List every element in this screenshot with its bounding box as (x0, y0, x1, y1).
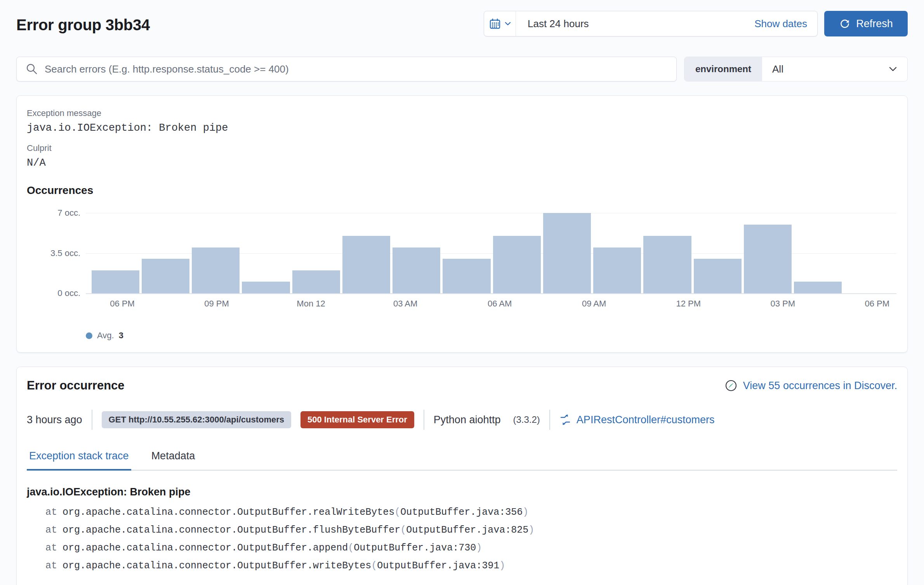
exception-message-value: java.io.IOException: Broken pipe (27, 122, 897, 134)
occurrences-chart-title: Occurrences (27, 184, 897, 197)
error-group-summary-card: Exception message java.io.IOException: B… (16, 95, 908, 353)
stack-trace-title: java.io.IOException: Broken pipe (27, 486, 897, 498)
page-header: Error group 3bb34 (16, 11, 908, 36)
x-axis-labels: 06 PM09 PMMon 1203 AM06 AM09 AM12 PM03 P… (86, 299, 896, 314)
stack-frame: atorg.apache.catalina.connector.OutputBu… (27, 539, 897, 557)
divider (92, 410, 92, 430)
chevron-down-icon (504, 20, 512, 28)
y-axis-label: 3.5 occ. (50, 248, 80, 258)
view-occurrences-discover-label: View 55 occurrences in Discover. (743, 380, 897, 392)
date-picker[interactable]: Last 24 hours Show dates (484, 11, 818, 36)
legend-value: 3 (119, 331, 123, 341)
search-input[interactable] (45, 63, 668, 75)
error-occurrence-card: Error occurrence View 55 occurrences in … (16, 367, 908, 585)
occurrence-timestamp: 3 hours ago (27, 414, 82, 426)
occurrence-bar (192, 248, 240, 293)
x-axis-label: 06 PM (865, 299, 890, 309)
occurrence-bar (744, 225, 792, 293)
stack-frame: atorg.apache.catalina.connector.OutputBu… (27, 521, 897, 539)
x-axis-label: Mon 12 (297, 299, 325, 309)
refresh-button[interactable]: Refresh (824, 11, 908, 36)
x-axis-label: 12 PM (676, 299, 701, 309)
environment-filter[interactable]: environment All (684, 57, 908, 81)
occurrence-bar (593, 248, 641, 293)
tab-metadata[interactable]: Metadata (149, 450, 198, 471)
page-title: Error group 3bb34 (16, 11, 150, 34)
divider (424, 410, 424, 430)
time-controls: Last 24 hours Show dates Refresh (484, 11, 908, 36)
legend-label: Avg. (97, 331, 114, 341)
occurrence-bar (242, 282, 290, 293)
view-occurrences-discover-link[interactable]: View 55 occurrences in Discover. (724, 379, 897, 392)
x-axis-label: 06 AM (488, 299, 512, 309)
occurrence-meta-row: 3 hours ago GET http://10.55.255.62:3000… (27, 410, 897, 430)
error-occurrence-heading: Error occurrence (27, 379, 125, 393)
transaction-link-label: APIRestController#customers (577, 414, 715, 426)
exception-stack-trace: java.io.IOException: Broken pipe atorg.a… (27, 486, 897, 575)
occurrence-bar (292, 270, 340, 293)
show-dates-link[interactable]: Show dates (754, 18, 817, 30)
occurrence-bar (694, 259, 742, 293)
status-code-badge: 500 Internal Server Error (300, 411, 414, 428)
x-axis-label: 09 PM (204, 299, 229, 309)
x-axis-label: 09 AM (582, 299, 606, 309)
occurrence-bar (543, 213, 591, 293)
quick-select-button[interactable] (484, 11, 516, 36)
environment-filter-value[interactable]: All (762, 63, 888, 75)
divider (549, 410, 550, 430)
request-url-badge: GET http://10.55.255.62:3000/api/custome… (102, 411, 291, 428)
occurrence-bar (92, 270, 139, 293)
exception-message-label: Exception message (27, 107, 897, 119)
refresh-button-label: Refresh (856, 18, 893, 30)
occurrence-bar (443, 259, 490, 293)
calendar-icon (488, 17, 502, 30)
y-axis-label: 0 occ. (57, 288, 80, 298)
transaction-link[interactable]: APIRestController#customers (559, 414, 715, 426)
occurrence-bar (342, 236, 390, 293)
legend-dot (86, 332, 92, 339)
x-axis-label: 03 PM (770, 299, 795, 309)
occurrence-bar (493, 236, 541, 293)
y-axis-label: 7 occ. (57, 208, 80, 218)
stack-frame: atorg.apache.catalina.connector.OutputBu… (27, 557, 897, 575)
chevron-down-icon (888, 64, 898, 74)
occurrence-bar (142, 259, 189, 293)
agent-name: Python aiohttp (434, 414, 501, 426)
tab-exception-stack-trace[interactable]: Exception stack trace (27, 450, 131, 471)
culprit-value: N/A (27, 157, 897, 169)
occurrence-bar (393, 248, 440, 293)
x-axis-label: 03 AM (393, 299, 417, 309)
occurrences-chart: 7 occ.3.5 occ.0 occ. 06 PM09 PMMon 1203 … (86, 213, 896, 314)
occurrence-bar (643, 236, 691, 293)
stack-frame: atorg.apache.catalina.connector.OutputBu… (27, 504, 897, 521)
agent-version: (3.3.2) (513, 414, 540, 425)
stack-frames: atorg.apache.catalina.connector.OutputBu… (27, 504, 897, 575)
apm-error-group-page: Error group 3bb34 (0, 0, 924, 585)
gridline (86, 213, 896, 213)
occurrence-tabs: Exception stack trace Metadata (27, 450, 897, 471)
filter-bar: environment All (16, 57, 908, 81)
compass-icon (724, 379, 738, 392)
x-axis-label: 06 PM (110, 299, 135, 309)
chart-plot[interactable]: 7 occ.3.5 occ.0 occ. (86, 213, 896, 294)
refresh-icon (839, 18, 851, 29)
magnifier-icon (25, 62, 38, 76)
time-range-value[interactable]: Last 24 hours (516, 18, 754, 30)
chart-legend[interactable]: Avg. 3 (86, 331, 897, 341)
environment-filter-label: environment (684, 57, 762, 81)
occurrence-bar (794, 282, 842, 293)
merge-arrows-icon (559, 414, 571, 426)
culprit-label: Culprit (27, 142, 897, 154)
search-box[interactable] (16, 57, 677, 81)
